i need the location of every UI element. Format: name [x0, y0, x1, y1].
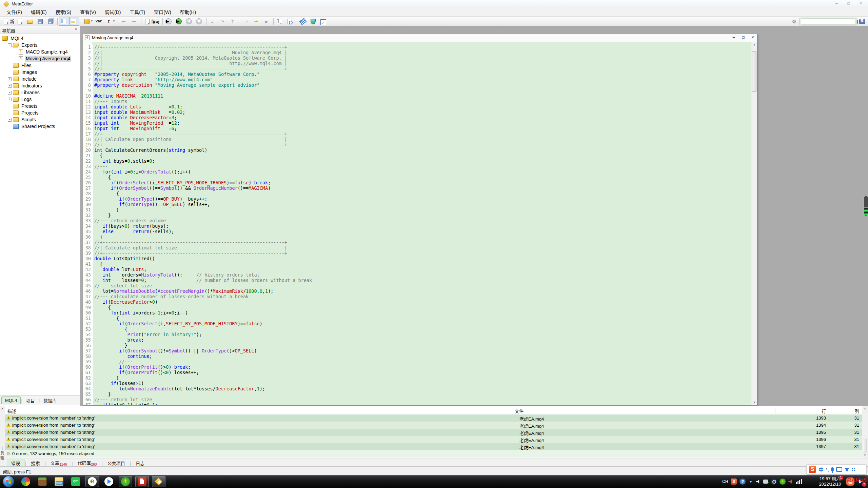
settings-gear-icon[interactable]: ⚙: [791, 18, 797, 25]
editor-minimize-button[interactable]: –: [731, 35, 736, 40]
dropdown-caret-icon[interactable]: ▼: [113, 20, 115, 23]
toolbox-scrollbar[interactable]: ▲ ▼: [862, 406, 868, 458]
ime-punctuation-icon[interactable]: ’,: [826, 467, 829, 472]
taskbar-app-red-doc-app[interactable]: [135, 476, 149, 487]
maximize-button[interactable]: □: [844, 1, 854, 7]
tree-item-experts[interactable]: −Experts: [0, 42, 80, 48]
editor-close-button[interactable]: ×: [750, 35, 755, 40]
toolbar-button-open-file[interactable]: [25, 17, 36, 26]
toolbar-button-debug-start[interactable]: ▶: [174, 17, 184, 26]
expander-plus-icon[interactable]: +: [8, 91, 12, 95]
toolbox-tab-articles[interactable]: 文章1146: [46, 459, 71, 467]
menu-item-edit[interactable]: 编辑(E): [26, 8, 51, 16]
tree-item-moving-average[interactable]: Moving Average.mq4: [0, 55, 80, 62]
toolbox-close-icon[interactable]: ×: [0, 407, 4, 411]
toolbar-button-copy-result[interactable]: [275, 17, 285, 26]
search-icon[interactable]: [857, 20, 858, 24]
taskbar-app-minecraft[interactable]: [36, 476, 49, 487]
toolbar-button-virus-scan[interactable]: [309, 17, 319, 26]
editor-titlebar[interactable]: Moving Average.mq4 – □ ×: [83, 34, 757, 42]
ime-skin-icon[interactable]: [845, 468, 849, 471]
toolbox-tab-search[interactable]: 搜索: [27, 459, 44, 467]
column-description[interactable]: 描述: [7, 408, 16, 414]
tree-item-indicators[interactable]: +Indicators: [0, 82, 80, 89]
tree-item-presets[interactable]: Presets: [0, 103, 80, 109]
taskbar-app-360-safe[interactable]: [119, 476, 132, 487]
toolbar-button-add-variable[interactable]: var: [94, 17, 104, 26]
toolbox-tab-codebase[interactable]: 代码库260: [74, 459, 101, 467]
tray-lang-indicator[interactable]: CH: [722, 479, 728, 484]
sogou-logo-icon[interactable]: S: [809, 466, 816, 473]
tree-item-scripts[interactable]: +Scripts: [0, 116, 80, 123]
ime-mic-icon[interactable]: [831, 467, 834, 471]
toolbar-button-compile[interactable]: 编写: [143, 17, 161, 26]
warning-row[interactable]: implicit conversion from 'number' to 'st…: [5, 414, 868, 422]
toolbar-button-open-in-terminal[interactable]: [319, 17, 329, 26]
toolbox-tab-public-projects[interactable]: 公共项目: [103, 459, 129, 467]
menu-item-tools[interactable]: 工具(T): [125, 8, 150, 16]
toolbar-button-step-over[interactable]: ↷: [218, 17, 228, 26]
taskbar-app-tencent-video[interactable]: [102, 476, 116, 487]
menu-item-search[interactable]: 搜索(S): [51, 8, 76, 16]
ime-menu-icon[interactable]: [851, 467, 855, 471]
toolbox-scroll-up-icon[interactable]: ▲: [862, 406, 868, 411]
toolbar-button-continue-run[interactable]: ⇒: [252, 17, 262, 26]
toolbox-scroll-down-icon[interactable]: ▼: [862, 453, 868, 458]
toolbox-tab-journal[interactable]: 日志: [132, 459, 149, 467]
toolbar-button-step-out[interactable]: ⇡: [228, 17, 238, 26]
tree-item-libraries[interactable]: +Libraries: [0, 89, 80, 96]
menu-item-view[interactable]: 查看(V): [76, 8, 100, 16]
toolbar-button-templates[interactable]: ▼: [82, 17, 94, 26]
tree-item-macd-sample[interactable]: MACD Sample.mq4: [0, 48, 80, 55]
dropdown-caret-icon[interactable]: ▼: [91, 20, 93, 23]
taskbar-app-file-explorer[interactable]: [52, 476, 66, 487]
minimize-button[interactable]: –: [831, 1, 842, 7]
toolbox-scrollbar-thumb[interactable]: [863, 439, 867, 452]
toolbar-button-new-file[interactable]: 新: [1, 17, 15, 26]
taskbar-clock[interactable]: 19:57 周六 1 2022/12/10: [815, 476, 845, 487]
taskbar-app-metaeditor[interactable]: [152, 476, 165, 487]
toolbar-button-add-function[interactable]: ƒ▼: [104, 17, 116, 26]
tree-item-files[interactable]: Files: [0, 62, 80, 69]
nav-tab-mql4[interactable]: MQL4: [1, 396, 21, 404]
navigator-close-icon[interactable]: ×: [74, 27, 78, 32]
ime-mode-chinese[interactable]: 中: [818, 466, 824, 473]
column-file[interactable]: 文件: [515, 408, 524, 414]
toolbar-button-print-preview[interactable]: [285, 17, 295, 26]
expander-plus-icon[interactable]: +: [8, 77, 12, 81]
warning-row[interactable]: implicit conversion from 'number' to 'st…: [5, 429, 868, 436]
tree-item-projects[interactable]: Projects: [0, 109, 80, 116]
tree-item-images[interactable]: Images: [0, 69, 80, 76]
tray-network-signal[interactable]: [796, 479, 802, 484]
menu-item-file[interactable]: 文件(F): [2, 8, 26, 16]
tree-item-shared-projects[interactable]: Shared Projects: [0, 123, 80, 130]
tray-help-tray[interactable]: ?: [739, 479, 746, 485]
toolbox-tab-errors[interactable]: 错误: [7, 459, 24, 467]
toolbar-button-break-all[interactable]: ▪: [262, 17, 272, 26]
tray-audio-device[interactable]: [788, 480, 793, 484]
code-editor[interactable]: 1//+------------------------------------…: [83, 42, 751, 405]
tray-usb-device[interactable]: [763, 480, 768, 484]
menu-item-window[interactable]: 窗口(W): [150, 8, 176, 16]
toolbar-button-run-to-cursor[interactable]: ⇒: [241, 17, 252, 26]
warning-row[interactable]: implicit conversion from 'number' to 'st…: [5, 443, 868, 450]
warning-row[interactable]: implicit conversion from 'number' to 'st…: [5, 436, 868, 443]
tray-steam[interactable]: [771, 479, 777, 485]
toolbar-button-debug-history[interactable]: ▶: [164, 17, 174, 26]
editor-maximize-button[interactable]: □: [741, 35, 746, 40]
scroll-down-icon[interactable]: ▼: [751, 400, 757, 405]
edge-speed-widget[interactable]: [864, 196, 868, 216]
taskbar-app-pinwheel-app[interactable]: [19, 476, 33, 487]
nav-tab-database[interactable]: 数据库: [40, 396, 60, 405]
toolbar-button-toggle-navigator[interactable]: [59, 17, 69, 26]
toolbar-button-step-into[interactable]: ⇣: [208, 17, 218, 26]
close-button[interactable]: ×: [856, 1, 866, 7]
editor-scrollbar[interactable]: ▲ ▼: [751, 42, 757, 405]
search-input[interactable]: [801, 18, 855, 25]
menu-item-help[interactable]: 帮助(H): [176, 8, 200, 16]
toolbar-button-toggle-toolbox[interactable]: [69, 17, 79, 26]
toolbar-button-styler[interactable]: [298, 17, 309, 26]
toolbar-button-navigate-forward[interactable]: →: [130, 17, 140, 26]
tray-360-tray[interactable]: [780, 479, 786, 485]
tree-item-mql4-root[interactable]: MQL4: [0, 35, 80, 42]
